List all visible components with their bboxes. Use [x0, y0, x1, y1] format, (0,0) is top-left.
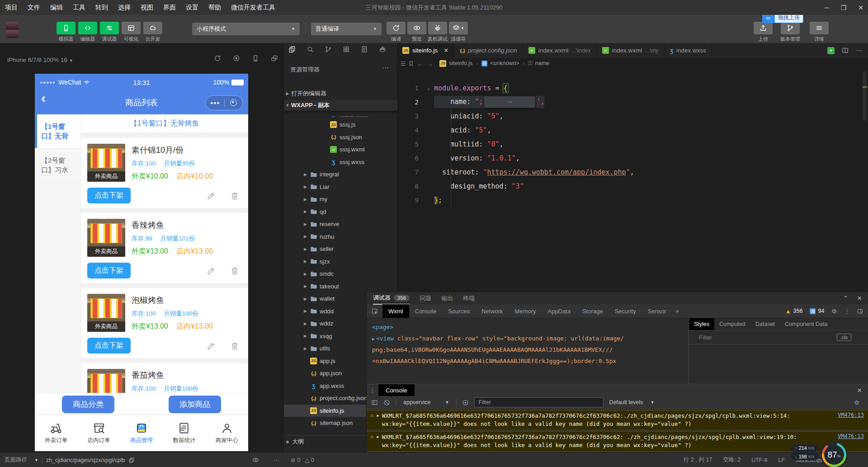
add-product-button[interactable]: 添加商品 [169, 396, 221, 413]
folder-row[interactable]: ▶reserve [284, 218, 397, 231]
code-line[interactable]: 9}; [397, 193, 868, 207]
mode-select[interactable]: 小程序模式▼ [192, 23, 300, 35]
take-down-button[interactable]: 点击下架 [87, 338, 131, 354]
refresh-icon[interactable] [214, 55, 221, 62]
take-down-button[interactable]: 点击下架 [87, 188, 131, 203]
expand-icon[interactable]: ▶ [377, 434, 379, 449]
section-project-root[interactable]: ▼ WXAPP - 副本 [284, 100, 397, 111]
page-path[interactable]: zh_cjdianc/pages/sjzx/spgl/cplb [46, 457, 125, 463]
more-tabs-icon[interactable]: » [672, 304, 683, 318]
inspect-element-icon[interactable] [367, 304, 382, 318]
clear-console-icon[interactable] [383, 399, 390, 406]
toolbar-云开发-button[interactable]: 云开发 [141, 22, 165, 42]
devtools-tab-Network[interactable]: Network [476, 304, 509, 318]
devtools-warning-count[interactable]: ▲356 [785, 308, 803, 315]
encoding[interactable]: UTF-8 [751, 457, 767, 463]
copy-icon[interactable] [128, 457, 135, 463]
editor-scrollbar[interactable] [863, 71, 867, 121]
close-button[interactable]: ✕ [858, 4, 863, 11]
visibility-icon[interactable] [252, 457, 259, 463]
devtools-tab-Security[interactable]: Security [609, 304, 642, 318]
cursor-position[interactable]: 行 2 , 列 17 [684, 456, 712, 464]
explorer-more-icon[interactable]: ⋯ [382, 64, 389, 72]
devtools-info-count[interactable]: ▤94 [810, 308, 824, 314]
menu-item-11[interactable]: 微信开发者工具 [226, 4, 280, 12]
editor-tab-project.config.json[interactable]: {..}project.config.json [454, 43, 523, 58]
devtools-tab-Storage[interactable]: Storage [576, 304, 609, 318]
folder-row[interactable]: ▶seller [284, 243, 397, 255]
menu-item-4[interactable]: 工具 [68, 4, 90, 12]
console-close-icon[interactable]: ✕ [857, 384, 868, 396]
folder-row[interactable]: ▶qd [284, 206, 397, 218]
edit-icon[interactable] [207, 191, 216, 200]
menu-item-10[interactable]: 帮助 [203, 4, 226, 12]
sidebar-toggle-icon[interactable] [371, 399, 378, 406]
fold-icon[interactable]: ⌄ [423, 85, 434, 91]
more-dots-icon[interactable]: ●●● [206, 100, 224, 105]
devtools-tab-Wxml[interactable]: Wxml [382, 304, 409, 318]
menu-item-7[interactable]: 视图 [136, 4, 158, 12]
wxml-node[interactable]: ▶<view class="navbar flex-row" style="ba… [372, 333, 694, 345]
device-selector[interactable]: iPhone 6/7/8 100% 16 ▼ [7, 57, 73, 63]
styles-tab-Styles[interactable]: Styles [689, 318, 714, 330]
folder-row[interactable]: ▶smdc [284, 268, 397, 280]
more-actions-icon[interactable]: ⋯ [856, 47, 862, 54]
live-expression-icon[interactable] [462, 399, 469, 406]
code-line[interactable]: 4 acid: "5", [397, 123, 868, 137]
breadcrumb-member[interactable]: name [535, 60, 549, 66]
kebab-menu-icon[interactable]: ⋮ [367, 384, 378, 396]
code-line[interactable]: 1⌄module.exports = { [397, 81, 868, 95]
toolbar-编辑器-button[interactable]: 编辑器 [76, 22, 99, 42]
toolbar-版本管理-button[interactable]: 版本管理 [778, 22, 802, 42]
styles-tab-Component Data[interactable]: Component Data [780, 318, 833, 330]
wxml-node[interactable]: +nxBwIAAAACklEQVQI12NgAAAAAgAB4iC8MwAAAA… [372, 356, 694, 367]
kebab-menu-icon[interactable]: ⋮ [844, 308, 850, 315]
search-icon[interactable] [307, 46, 314, 53]
tabbar-数据统计[interactable]: 数据统计 [163, 415, 205, 451]
take-down-button[interactable]: 点击下架 [87, 263, 131, 278]
compile-select[interactable]: 普通编译▼ [311, 23, 382, 35]
collapse-panel-icon[interactable]: ⌃ [843, 295, 848, 302]
indent-setting[interactable]: 空格: 2 [723, 456, 741, 464]
devtools-tab-Sensor[interactable]: Sensor [642, 304, 672, 318]
page-path-label[interactable]: 页面路径 [5, 456, 27, 464]
menu-item-2[interactable]: 文件 [23, 4, 45, 12]
close-panel-icon[interactable]: ✕ [857, 295, 862, 302]
console-tab[interactable]: Console [378, 384, 415, 396]
styles-filter-input[interactable]: Filter [699, 334, 712, 341]
tabbar-商家中心[interactable]: 商家中心 [206, 415, 248, 451]
file-row[interactable]: ʒsssj.wxss [284, 156, 397, 169]
devtools-tab-AppData[interactable]: AppData [542, 304, 577, 318]
editor-tab-siteinfo.js[interactable]: JSsiteinfo.js✕ [397, 43, 454, 58]
sidebar-category-2[interactable]: 【2号窗口】习水 [35, 148, 80, 182]
devtools-tab-Memory[interactable]: Memory [509, 304, 542, 318]
editor-tab-index.wxss[interactable]: ʒindex.wxss [665, 43, 712, 58]
levels-select[interactable]: Default levels▼ [609, 399, 654, 406]
code-line[interactable]: 3 uniacid: "5", [397, 109, 868, 123]
capsule-close-icon[interactable] [225, 99, 243, 106]
devtools-tab-Console[interactable]: Console [409, 304, 443, 318]
toolbar-上传-button[interactable]: 上传 [751, 22, 775, 42]
cls-toggle-button[interactable]: .cls [837, 334, 852, 341]
source-link[interactable]: VM476:13 [838, 412, 864, 428]
error-count[interactable]: ⊘0 [291, 457, 300, 463]
folder-row[interactable]: ▶my [284, 193, 397, 206]
trash-icon[interactable] [230, 266, 239, 275]
dock-side-icon[interactable] [857, 308, 863, 314]
phone-icon[interactable] [252, 55, 259, 62]
close-tab-icon[interactable]: ✕ [443, 47, 448, 54]
styles-tab-Dataset[interactable]: Dataset [750, 318, 780, 330]
context-select[interactable]: appservice▼ [401, 399, 451, 406]
bookmark-icon[interactable] [408, 61, 414, 66]
file-row[interactable]: ‹›sssj.wxml [284, 143, 397, 156]
nav-forward-icon[interactable]: → [426, 60, 433, 67]
avatar[interactable] [6, 22, 19, 38]
menu-item-3[interactable]: 编辑 [45, 4, 68, 12]
devtools-tab-Sources[interactable]: Sources [442, 304, 476, 318]
menu-item-8[interactable]: 界面 [158, 4, 181, 12]
tabbar-外卖订单[interactable]: 外卖订单 [35, 415, 77, 451]
back-chevron-icon[interactable]: ‹ [41, 94, 46, 103]
edit-icon[interactable] [207, 341, 216, 350]
minimize-button[interactable]: ─ [825, 4, 829, 11]
multiwindow-icon[interactable] [271, 55, 278, 62]
